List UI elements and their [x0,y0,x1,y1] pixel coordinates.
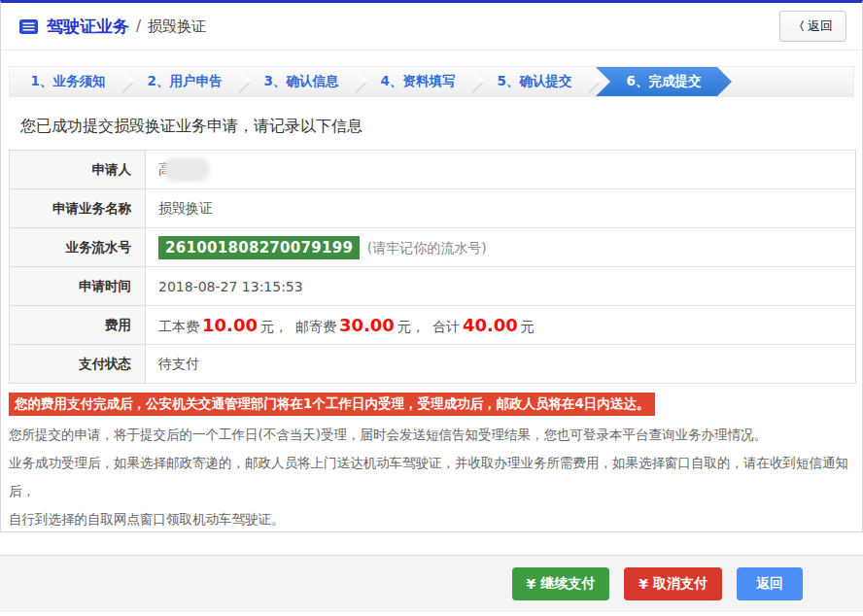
step-5-confirm-submit: 5、确认提交 [476,67,593,96]
main-content-panel: 驾驶证业务 / 损毁换证 〈 返回 1、业务须知 2、用户申告 3、确认信息 4… [0,0,863,532]
info-paragraph: 自行到选择的自取网点窗口领取机动车驾驶证。 [9,505,854,532]
step-3-confirm-info: 3、确认信息 [243,67,360,96]
fee-unit: 元 [521,319,535,334]
fee-item-name: 邮寄费 [295,319,336,334]
page-header: 驾驶证业务 / 损毁换证 〈 返回 [1,3,862,51]
continue-payment-button[interactable]: ¥ 继续支付 [512,567,610,600]
step-bar-filler [732,67,853,96]
fee-separator: ， [274,319,288,334]
cancel-payment-label: 取消支付 [653,575,708,593]
redacted-name-blur [163,157,210,182]
apply-time-value: 2018-08-27 13:15:53 [146,267,856,306]
step-4-fill-materials: 4、资料填写 [360,67,476,96]
fee-separator: ， [411,319,425,334]
applicant-label: 申请人 [10,151,146,189]
fee-value-cell: 工本费10.00元，邮寄费30.00元，合计40.00元 [146,306,856,345]
back-button[interactable]: 〈 返回 [779,11,846,42]
fee-unit: 元 [260,319,274,334]
serial-number-cell: 261001808270079199 (请牢记你的流水号) [146,228,856,267]
business-name-label: 申请业务名称 [10,189,146,228]
return-button-label: 返回 [756,575,783,593]
pay-status-value: 待支付 [146,345,856,384]
serial-number-badge: 261001808270079199 [158,236,360,259]
application-details-table: 申请人 高 申请业务名称 损毁换证 业务流水号 2610018082700791… [9,150,856,384]
step-2-user-declaration: 2、用户申告 [126,67,243,96]
fee-item-amount: 30.00 [339,315,395,335]
cancel-payment-button[interactable]: ¥ 取消支付 [624,567,722,600]
continue-payment-label: 继续支付 [540,575,595,593]
yen-icon: ¥ [527,576,536,592]
step-1-business-notice: 1、业务须知 [10,67,126,96]
breadcrumb-current: 损毁换证 [148,17,206,36]
serial-number-note: (请牢记你的流水号) [367,240,487,256]
fee-item-amount: 40.00 [463,315,518,335]
table-row-fee: 费用 工本费10.00元，邮寄费30.00元，合计40.00元 [10,306,856,345]
chevron-left-icon: 〈 [793,18,805,35]
fee-unit: 元 [397,319,411,334]
info-paragraphs: 您所提交的申请，将于提交后的一个工作日(不含当天)受理，届时会发送短信告知受理结… [9,421,854,532]
business-name-value: 损毁换证 [146,189,856,228]
yen-icon: ¥ [639,576,648,592]
fee-item-amount: 10.00 [202,315,258,335]
table-row-serial-number: 业务流水号 261001808270079199 (请牢记你的流水号) [10,228,856,267]
serial-number-label: 业务流水号 [10,228,146,267]
page-title: 驾驶证业务 [47,16,129,38]
success-message: 您已成功提交损毁换证业务申请，请记录以下信息 [20,117,862,137]
back-button-label: 返回 [808,17,833,35]
list-icon [18,18,39,35]
pay-status-label: 支付状态 [10,345,146,384]
applicant-value-cell: 高 [146,151,856,189]
fee-label: 费用 [10,306,146,345]
info-paragraph: 您所提交的申请，将于提交后的一个工作日(不含当天)受理，届时会发送短信告知受理结… [9,421,854,449]
step-6-complete-submit-active: 6、完成提交 [596,67,732,96]
table-row-pay-status: 支付状态 待支付 [10,345,856,384]
info-paragraph: 业务成功受理后，如果选择邮政寄递的，邮政人员将上门送达机动车驾驶证，并收取办理业… [9,449,854,505]
table-row-apply-time: 申请时间 2018-08-27 13:15:53 [10,267,856,306]
warning-banner: 您的费用支付完成后，公安机关交通管理部门将在1个工作日内受理，受理成功后，邮政人… [9,393,655,416]
return-button[interactable]: 返回 [737,567,803,600]
step-progress-bar: 1、业务须知 2、用户申告 3、确认信息 4、资料填写 5、确认提交 6、完成提… [9,66,854,97]
fee-item-name: 工本费 [158,319,199,334]
fee-item-name: 合计 [432,319,460,334]
breadcrumb-separator: / [136,17,141,35]
table-row-applicant: 申请人 高 [10,151,856,189]
table-row-business-name: 申请业务名称 损毁换证 [10,189,856,228]
footer-action-bar: ¥ 继续支付 ¥ 取消支付 返回 [0,555,863,612]
apply-time-label: 申请时间 [10,267,146,306]
